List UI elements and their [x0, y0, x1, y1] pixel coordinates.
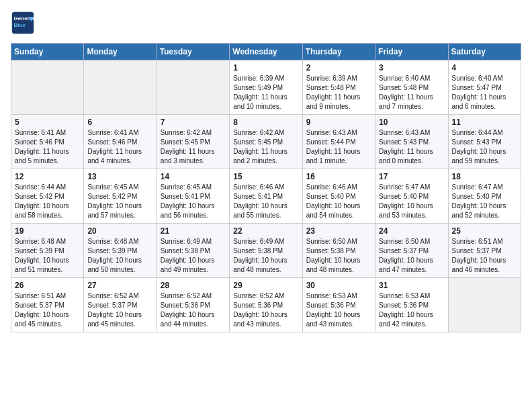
day-number: 28 [161, 281, 226, 290]
calendar-cell: 28Sunrise: 6:52 AM Sunset: 5:36 PM Dayli… [157, 278, 229, 332]
calendar-cell [448, 278, 521, 332]
calendar-cell: 3Sunrise: 6:40 AM Sunset: 5:48 PM Daylig… [375, 60, 448, 115]
week-row-4: 19Sunrise: 6:48 AM Sunset: 5:39 PM Dayli… [11, 224, 521, 278]
calendar-table: SundayMondayTuesdayWednesdayThursdayFrid… [11, 43, 521, 332]
day-info: Sunrise: 6:52 AM Sunset: 5:37 PM Dayligh… [87, 291, 152, 329]
day-info: Sunrise: 6:43 AM Sunset: 5:43 PM Dayligh… [379, 128, 444, 166]
calendar-cell: 7Sunrise: 6:42 AM Sunset: 5:45 PM Daylig… [157, 115, 229, 169]
day-info: Sunrise: 6:46 AM Sunset: 5:40 PM Dayligh… [306, 183, 371, 220]
day-number: 14 [161, 172, 226, 181]
day-header-monday: Monday [84, 44, 157, 60]
calendar-cell: 5Sunrise: 6:41 AM Sunset: 5:46 PM Daylig… [11, 115, 84, 169]
day-info: Sunrise: 6:45 AM Sunset: 5:42 PM Dayligh… [87, 183, 152, 220]
calendar-cell: 12Sunrise: 6:44 AM Sunset: 5:42 PM Dayli… [11, 169, 84, 224]
calendar-cell: 20Sunrise: 6:48 AM Sunset: 5:39 PM Dayli… [84, 224, 157, 278]
week-row-3: 12Sunrise: 6:44 AM Sunset: 5:42 PM Dayli… [11, 169, 521, 224]
calendar-cell: 26Sunrise: 6:51 AM Sunset: 5:37 PM Dayli… [11, 278, 84, 332]
day-info: Sunrise: 6:53 AM Sunset: 5:36 PM Dayligh… [379, 291, 444, 329]
day-info: Sunrise: 6:47 AM Sunset: 5:40 PM Dayligh… [379, 183, 444, 220]
day-info: Sunrise: 6:52 AM Sunset: 5:36 PM Dayligh… [233, 291, 298, 329]
day-number: 18 [452, 172, 517, 181]
calendar-cell: 15Sunrise: 6:46 AM Sunset: 5:41 PM Dayli… [230, 169, 302, 224]
day-number: 6 [87, 118, 152, 127]
day-info: Sunrise: 6:42 AM Sunset: 5:45 PM Dayligh… [233, 128, 298, 166]
day-info: Sunrise: 6:39 AM Sunset: 5:48 PM Dayligh… [306, 74, 371, 111]
day-number: 1 [233, 63, 298, 73]
day-info: Sunrise: 6:43 AM Sunset: 5:44 PM Dayligh… [306, 128, 371, 166]
day-number: 3 [379, 63, 444, 73]
calendar-cell: 22Sunrise: 6:49 AM Sunset: 5:38 PM Dayli… [230, 224, 302, 278]
logo-icon: General Blue [11, 11, 35, 35]
day-info: Sunrise: 6:40 AM Sunset: 5:48 PM Dayligh… [379, 74, 444, 111]
calendar-cell: 11Sunrise: 6:44 AM Sunset: 5:43 PM Dayli… [448, 115, 521, 169]
day-header-saturday: Saturday [448, 44, 521, 60]
calendar-cell: 9Sunrise: 6:43 AM Sunset: 5:44 PM Daylig… [302, 115, 375, 169]
day-info: Sunrise: 6:39 AM Sunset: 5:49 PM Dayligh… [233, 74, 298, 111]
day-number: 21 [161, 226, 226, 236]
day-info: Sunrise: 6:51 AM Sunset: 5:37 PM Dayligh… [15, 291, 80, 329]
svg-text:Blue: Blue [14, 22, 26, 28]
calendar-cell: 30Sunrise: 6:53 AM Sunset: 5:36 PM Dayli… [302, 278, 375, 332]
day-info: Sunrise: 6:47 AM Sunset: 5:40 PM Dayligh… [452, 183, 517, 220]
calendar-cell: 13Sunrise: 6:45 AM Sunset: 5:42 PM Dayli… [84, 169, 157, 224]
day-number: 10 [379, 118, 444, 127]
day-header-sunday: Sunday [11, 44, 84, 60]
day-info: Sunrise: 6:48 AM Sunset: 5:39 PM Dayligh… [15, 237, 80, 275]
day-number: 23 [306, 226, 371, 236]
day-number: 26 [15, 281, 80, 290]
calendar-cell: 25Sunrise: 6:51 AM Sunset: 5:37 PM Dayli… [448, 224, 521, 278]
day-number: 13 [87, 172, 152, 181]
day-info: Sunrise: 6:42 AM Sunset: 5:45 PM Dayligh… [161, 128, 226, 166]
day-number: 27 [87, 281, 152, 290]
day-number: 16 [306, 172, 371, 181]
day-number: 20 [87, 226, 152, 236]
calendar-cell: 24Sunrise: 6:50 AM Sunset: 5:37 PM Dayli… [375, 224, 448, 278]
day-number: 5 [15, 118, 80, 127]
calendar-cell [84, 60, 157, 115]
day-header-friday: Friday [375, 44, 448, 60]
day-header-wednesday: Wednesday [230, 44, 302, 60]
calendar-cell: 1Sunrise: 6:39 AM Sunset: 5:49 PM Daylig… [230, 60, 302, 115]
day-info: Sunrise: 6:50 AM Sunset: 5:38 PM Dayligh… [306, 237, 371, 275]
day-info: Sunrise: 6:45 AM Sunset: 5:41 PM Dayligh… [161, 183, 226, 220]
week-row-2: 5Sunrise: 6:41 AM Sunset: 5:46 PM Daylig… [11, 115, 521, 169]
calendar-body: 1Sunrise: 6:39 AM Sunset: 5:49 PM Daylig… [11, 60, 521, 332]
day-info: Sunrise: 6:52 AM Sunset: 5:36 PM Dayligh… [161, 291, 226, 329]
calendar-cell [157, 60, 229, 115]
calendar-cell: 2Sunrise: 6:39 AM Sunset: 5:48 PM Daylig… [302, 60, 375, 115]
day-header-thursday: Thursday [302, 44, 375, 60]
calendar-cell: 6Sunrise: 6:41 AM Sunset: 5:46 PM Daylig… [84, 115, 157, 169]
calendar-header-row: SundayMondayTuesdayWednesdayThursdayFrid… [11, 44, 521, 60]
day-header-tuesday: Tuesday [157, 44, 229, 60]
day-number: 22 [233, 226, 298, 236]
day-info: Sunrise: 6:40 AM Sunset: 5:47 PM Dayligh… [452, 74, 517, 111]
day-number: 2 [306, 63, 371, 73]
day-number: 8 [233, 118, 298, 127]
calendar-cell: 29Sunrise: 6:52 AM Sunset: 5:36 PM Dayli… [230, 278, 302, 332]
calendar-cell: 4Sunrise: 6:40 AM Sunset: 5:47 PM Daylig… [448, 60, 521, 115]
day-number: 7 [161, 118, 226, 127]
calendar-cell: 10Sunrise: 6:43 AM Sunset: 5:43 PM Dayli… [375, 115, 448, 169]
day-number: 12 [15, 172, 80, 181]
day-info: Sunrise: 6:49 AM Sunset: 5:38 PM Dayligh… [233, 237, 298, 275]
day-number: 15 [233, 172, 298, 181]
day-number: 29 [233, 281, 298, 290]
calendar-cell: 8Sunrise: 6:42 AM Sunset: 5:45 PM Daylig… [230, 115, 302, 169]
calendar-cell: 17Sunrise: 6:47 AM Sunset: 5:40 PM Dayli… [375, 169, 448, 224]
calendar-cell: 21Sunrise: 6:49 AM Sunset: 5:38 PM Dayli… [157, 224, 229, 278]
day-info: Sunrise: 6:53 AM Sunset: 5:36 PM Dayligh… [306, 291, 371, 329]
week-row-5: 26Sunrise: 6:51 AM Sunset: 5:37 PM Dayli… [11, 278, 521, 332]
day-number: 17 [379, 172, 444, 181]
day-info: Sunrise: 6:41 AM Sunset: 5:46 PM Dayligh… [87, 128, 152, 166]
calendar-cell: 16Sunrise: 6:46 AM Sunset: 5:40 PM Dayli… [302, 169, 375, 224]
logo: General Blue [11, 11, 35, 35]
calendar-cell: 18Sunrise: 6:47 AM Sunset: 5:40 PM Dayli… [448, 169, 521, 224]
day-number: 31 [379, 281, 444, 290]
day-info: Sunrise: 6:51 AM Sunset: 5:37 PM Dayligh… [452, 237, 517, 275]
calendar-cell: 19Sunrise: 6:48 AM Sunset: 5:39 PM Dayli… [11, 224, 84, 278]
day-number: 19 [15, 226, 80, 236]
day-info: Sunrise: 6:50 AM Sunset: 5:37 PM Dayligh… [379, 237, 444, 275]
day-number: 30 [306, 281, 371, 290]
week-row-1: 1Sunrise: 6:39 AM Sunset: 5:49 PM Daylig… [11, 60, 521, 115]
day-number: 4 [452, 63, 517, 73]
